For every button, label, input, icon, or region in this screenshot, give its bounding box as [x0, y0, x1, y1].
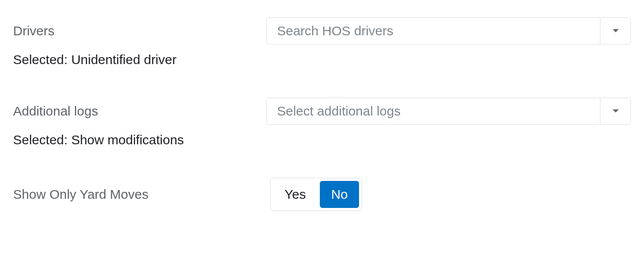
additional-logs-selected-text: Selected: Show modifications [13, 133, 631, 147]
additional-logs-selected-prefix: Selected: [13, 133, 71, 147]
yard-moves-no-button[interactable]: No [320, 181, 359, 208]
chevron-down-icon [600, 98, 630, 124]
yard-moves-label: Show Only Yard Moves [13, 187, 270, 202]
drivers-selected-value: Unidentified driver [71, 52, 176, 67]
additional-logs-row: Additional logs Select additional logs [13, 98, 631, 125]
additional-logs-selected-value: Show modifications [71, 133, 183, 147]
drivers-dropdown[interactable]: Search HOS drivers [266, 17, 631, 44]
drivers-selected-prefix: Selected: [13, 52, 71, 67]
drivers-selected-text: Selected: Unidentified driver [13, 52, 631, 67]
yard-moves-yes-button[interactable]: Yes [273, 181, 317, 208]
chevron-down-icon [600, 18, 630, 44]
additional-logs-label: Additional logs [13, 104, 266, 119]
drivers-dropdown-placeholder: Search HOS drivers [267, 18, 600, 44]
yard-moves-toggle: Yes No [270, 178, 362, 211]
additional-logs-dropdown[interactable]: Select additional logs [266, 98, 631, 125]
yard-moves-row: Show Only Yard Moves Yes No [13, 178, 631, 211]
drivers-label: Drivers [13, 24, 266, 38]
drivers-row: Drivers Search HOS drivers [13, 17, 631, 44]
additional-logs-dropdown-placeholder: Select additional logs [267, 98, 600, 124]
